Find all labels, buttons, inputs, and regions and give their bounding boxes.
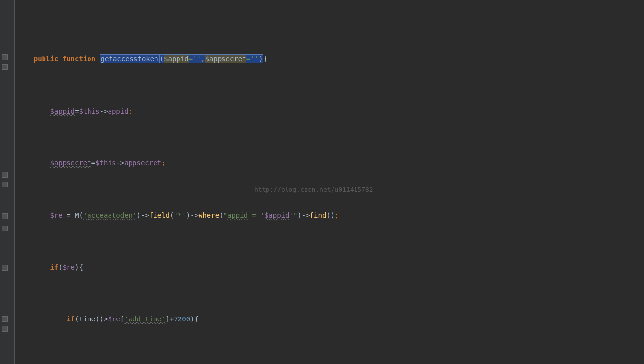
fold-icon[interactable] bbox=[2, 316, 8, 322]
code-line: if(time()>$re['add_time']+7200){ bbox=[17, 313, 642, 326]
fold-icon[interactable] bbox=[2, 182, 8, 187]
fold-icon[interactable] bbox=[2, 226, 8, 231]
fold-icon[interactable] bbox=[2, 265, 8, 271]
code-area[interactable]: http://blog.csdn.net/u011415782 public f… bbox=[15, 0, 644, 364]
fold-icon[interactable] bbox=[2, 54, 8, 60]
code-line: public function getaccesstoken($appid=''… bbox=[17, 52, 642, 66]
code-line: $appid=$this->appid; bbox=[17, 105, 642, 118]
keyword-function: function bbox=[63, 55, 95, 63]
fold-icon[interactable] bbox=[2, 213, 8, 219]
code-line: $appsecret=$this->appsecret; bbox=[17, 157, 642, 170]
code-line: $re = M('acceaatoden')->field('*')->wher… bbox=[17, 209, 642, 222]
fold-icon[interactable] bbox=[2, 64, 8, 70]
editor-container: http://blog.csdn.net/u011415782 public f… bbox=[0, 0, 644, 364]
keyword-public: public bbox=[34, 55, 59, 63]
function-name: getaccesstoken bbox=[100, 54, 159, 63]
watermark: http://blog.csdn.net/u011415782 bbox=[254, 184, 373, 196]
code-line: if($re){ bbox=[17, 261, 642, 274]
fold-icon[interactable] bbox=[2, 326, 8, 332]
fold-icon[interactable] bbox=[2, 172, 8, 178]
gutter bbox=[0, 0, 15, 364]
